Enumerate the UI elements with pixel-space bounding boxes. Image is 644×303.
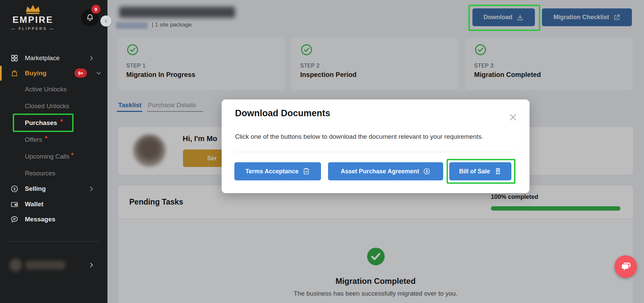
terms-acceptance-label: Terms Acceptance: [245, 168, 298, 175]
sidebar-divider: [7, 241, 101, 242]
account-row[interactable]: [0, 256, 107, 274]
asset-purchase-agreement-button[interactable]: Asset Purchase Agreement $: [328, 162, 443, 180]
sidebar-item-closed-unlocks[interactable]: Closed Unlocks: [0, 99, 107, 113]
sidebar-item-marketplace[interactable]: Marketplace: [0, 51, 107, 65]
chevron-right-icon: [88, 262, 95, 268]
buying-count-badge: 9+: [75, 69, 87, 78]
sidebar-item-label: Messages: [25, 216, 55, 223]
dollar-circle-icon: $: [10, 184, 19, 193]
sidebar-item-wallet[interactable]: Wallet: [0, 198, 107, 211]
sidebar-item-active-unlocks[interactable]: Active Unlocks: [0, 83, 107, 96]
notification-dot: [45, 136, 47, 138]
sidebar-item-buying[interactable]: Buying: [0, 67, 107, 80]
logo-subtext: — FLIPPERS —: [6, 27, 60, 31]
svg-text:$: $: [426, 170, 428, 173]
svg-text:$: $: [13, 187, 15, 191]
wallet-icon: [10, 200, 19, 209]
sidebar-item-label: Resources: [25, 170, 55, 177]
account-name-blurred: [26, 261, 65, 269]
terms-acceptance-button[interactable]: Terms Acceptance: [234, 162, 321, 180]
chat-launcher-button[interactable]: [614, 255, 637, 278]
asset-purchase-agreement-label: Asset Purchase Agreement: [341, 168, 419, 175]
empire-flippers-logo: EMPIRE — FLIPPERS —: [6, 4, 60, 31]
sidebar-item-resources[interactable]: Resources: [0, 167, 107, 180]
notification-count-badge: 9: [91, 5, 100, 14]
crown-icon: [23, 4, 43, 14]
sidebar-item-label: Offers: [25, 136, 42, 143]
chevron-down-icon: [95, 70, 102, 77]
bell-icon: [86, 13, 94, 22]
receipt-icon: [494, 168, 502, 175]
chevron-left-icon: [103, 18, 109, 24]
sidebar-item-label: Closed Unlocks: [25, 102, 69, 110]
bill-of-sale-label: Bill of Sale: [459, 168, 490, 175]
sidebar-item-messages[interactable]: Messages: [0, 213, 107, 226]
sidebar-item-offers[interactable]: Offers: [0, 133, 107, 146]
sidebar-item-label: Selling: [25, 185, 46, 192]
sidebar-item-upcoming-calls[interactable]: Upcoming Calls: [0, 150, 107, 163]
modal-description: Click one of the buttons below to downlo…: [235, 133, 514, 140]
clipboard-check-icon: [303, 168, 310, 175]
sidebar-item-label: Upcoming Calls: [25, 153, 70, 160]
chevron-right-icon: [88, 185, 95, 192]
account-avatar-blurred: [9, 259, 22, 271]
modal-title: Download Documents: [235, 108, 330, 119]
chat-bubble-icon: [10, 215, 19, 224]
sidebar: EMPIRE — FLIPPERS — 9 Marketplace: [0, 0, 107, 303]
close-icon[interactable]: [509, 113, 517, 122]
sidebar-item-label: Buying: [25, 70, 46, 77]
notification-dot: [60, 119, 63, 122]
download-documents-modal: Download Documents Click one of the butt…: [222, 99, 530, 193]
dollar-circle-icon: $: [423, 168, 430, 175]
chat-bubbles-icon: [620, 261, 632, 272]
chevron-right-icon: [88, 55, 95, 61]
shopping-bag-icon: [10, 69, 19, 78]
sidebar-item-label: Marketplace: [25, 54, 60, 62]
sidebar-item-label: Purchases: [25, 119, 57, 127]
app-screen: EMPIRE — FLIPPERS — 9 Marketplace: [0, 0, 644, 303]
modal-divider: [233, 152, 516, 152]
bill-of-sale-button[interactable]: Bill of Sale: [449, 162, 511, 180]
grid-icon: [10, 54, 19, 62]
sidebar-item-purchases[interactable]: Purchases: [0, 116, 107, 130]
sidebar-item-label: Wallet: [25, 201, 43, 208]
sidebar-item-label: Active Unlocks: [25, 86, 67, 93]
logo-text: EMPIRE: [6, 15, 60, 25]
sidebar-collapse-button[interactable]: [100, 15, 111, 27]
sidebar-item-selling[interactable]: $ Selling: [0, 182, 107, 196]
notification-dot: [71, 153, 74, 155]
